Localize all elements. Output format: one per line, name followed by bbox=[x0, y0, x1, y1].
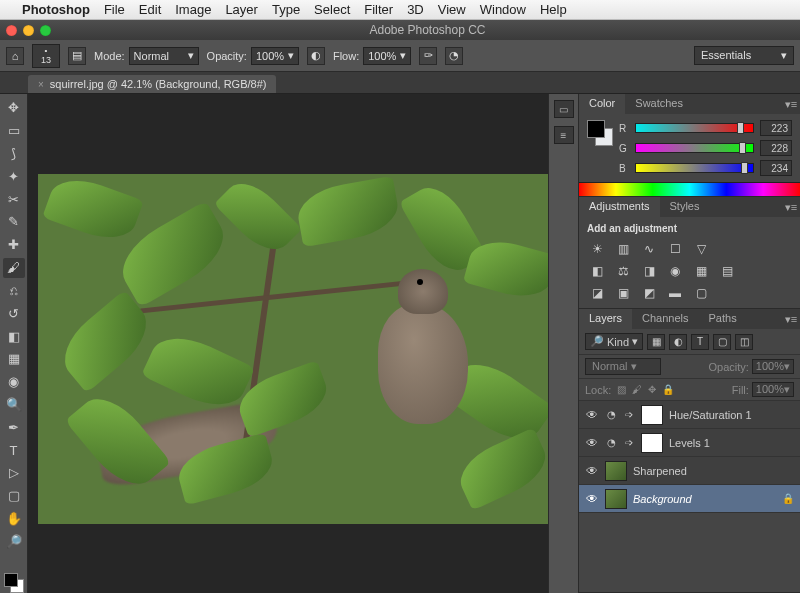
photo-filter-icon[interactable]: ◉ bbox=[665, 262, 685, 280]
menu-filter[interactable]: Filter bbox=[364, 2, 393, 17]
clone-stamp-tool[interactable]: ⎌ bbox=[3, 281, 25, 301]
menu-image[interactable]: Image bbox=[175, 2, 211, 17]
layer-name[interactable]: Background bbox=[633, 493, 776, 505]
menu-select[interactable]: Select bbox=[314, 2, 350, 17]
blur-tool[interactable]: ◉ bbox=[3, 372, 25, 392]
history-brush-tool[interactable]: ↺ bbox=[3, 303, 25, 323]
layer-thumbnail[interactable] bbox=[605, 461, 627, 481]
airbrush-icon[interactable]: ✑ bbox=[419, 47, 437, 65]
workspace-switcher[interactable]: Essentials▾ bbox=[694, 46, 794, 65]
menu-edit[interactable]: Edit bbox=[139, 2, 161, 17]
pressure-size-icon[interactable]: ◔ bbox=[445, 47, 463, 65]
menu-help[interactable]: Help bbox=[540, 2, 567, 17]
gradient-tool[interactable]: ▦ bbox=[3, 349, 25, 369]
dodge-tool[interactable]: 🔍 bbox=[3, 395, 25, 415]
posterize-icon[interactable]: ▣ bbox=[613, 284, 633, 302]
type-tool[interactable]: T bbox=[3, 440, 25, 460]
selective-color-icon[interactable]: ▢ bbox=[691, 284, 711, 302]
layer-row[interactable]: 👁 ◔ ➩ Levels 1 bbox=[579, 429, 800, 457]
vibrance-icon[interactable]: ▽ bbox=[691, 240, 711, 258]
menu-layer[interactable]: Layer bbox=[225, 2, 258, 17]
threshold-icon[interactable]: ◩ bbox=[639, 284, 659, 302]
tab-adjustments[interactable]: Adjustments bbox=[579, 197, 660, 217]
hue-saturation-icon[interactable]: ◧ bbox=[587, 262, 607, 280]
link-icon[interactable]: ◔ bbox=[605, 409, 617, 420]
layer-opacity-value[interactable]: 100%▾ bbox=[752, 359, 794, 374]
layer-thumbnail[interactable] bbox=[605, 489, 627, 509]
menu-file[interactable]: File bbox=[104, 2, 125, 17]
layer-row[interactable]: 👁 ◔ ➩ Hue/Saturation 1 bbox=[579, 401, 800, 429]
blend-mode-select[interactable]: Normal▾ bbox=[129, 47, 199, 65]
healing-brush-tool[interactable]: ✚ bbox=[3, 235, 25, 255]
foreground-background-swatch[interactable] bbox=[4, 573, 24, 593]
g-slider[interactable] bbox=[635, 143, 754, 153]
lock-transparent-icon[interactable]: ▨ bbox=[617, 384, 626, 395]
filter-adjustment-icon[interactable]: ◐ bbox=[669, 334, 687, 350]
layer-name[interactable]: Levels 1 bbox=[669, 437, 794, 449]
lock-all-icon[interactable]: 🔒 bbox=[662, 384, 674, 395]
filter-type-icon[interactable]: T bbox=[691, 334, 709, 350]
foreground-color[interactable] bbox=[4, 573, 18, 587]
properties-panel-icon[interactable]: ≡ bbox=[554, 126, 574, 144]
brush-preset-picker[interactable]: • 13 bbox=[32, 44, 60, 68]
hand-tool[interactable]: ✋ bbox=[3, 509, 25, 529]
path-select-tool[interactable]: ▷ bbox=[3, 463, 25, 483]
r-value[interactable]: 223 bbox=[760, 120, 792, 136]
layer-name[interactable]: Hue/Saturation 1 bbox=[669, 409, 794, 421]
magic-wand-tool[interactable]: ✦ bbox=[3, 166, 25, 186]
menu-window[interactable]: Window bbox=[480, 2, 526, 17]
tab-layers[interactable]: Layers bbox=[579, 309, 632, 329]
link-icon[interactable]: ◔ bbox=[605, 437, 617, 448]
flow-input[interactable]: 100%▾ bbox=[363, 47, 411, 65]
pen-tool[interactable]: ✒ bbox=[3, 417, 25, 437]
tab-color[interactable]: Color bbox=[579, 94, 625, 114]
gradient-map-icon[interactable]: ▬ bbox=[665, 284, 685, 302]
visibility-icon[interactable]: 👁 bbox=[585, 492, 599, 506]
home-icon[interactable]: ⌂ bbox=[6, 47, 24, 65]
channel-mixer-icon[interactable]: ▦ bbox=[691, 262, 711, 280]
layer-blend-mode[interactable]: Normal ▾ bbox=[585, 358, 661, 375]
menu-3d[interactable]: 3D bbox=[407, 2, 424, 17]
mask-link-icon[interactable]: ➩ bbox=[623, 409, 635, 420]
layer-row[interactable]: 👁 Background 🔒 bbox=[579, 485, 800, 513]
color-balance-icon[interactable]: ⚖ bbox=[613, 262, 633, 280]
panel-menu-icon[interactable]: ▾≡ bbox=[782, 197, 800, 217]
filter-smart-icon[interactable]: ◫ bbox=[735, 334, 753, 350]
layer-filter-kind[interactable]: 🔎Kind ▾ bbox=[585, 333, 643, 350]
close-button[interactable] bbox=[6, 25, 17, 36]
layer-thumbnail[interactable] bbox=[641, 405, 663, 425]
menu-view[interactable]: View bbox=[438, 2, 466, 17]
tab-styles[interactable]: Styles bbox=[660, 197, 710, 217]
document-tab[interactable]: × squirrel.jpg @ 42.1% (Background, RGB/… bbox=[28, 75, 276, 93]
fill-value[interactable]: 100%▾ bbox=[752, 382, 794, 397]
zoom-button[interactable] bbox=[40, 25, 51, 36]
g-value[interactable]: 228 bbox=[760, 140, 792, 156]
marquee-tool[interactable]: ▭ bbox=[3, 121, 25, 141]
panel-menu-icon[interactable]: ▾≡ bbox=[782, 309, 800, 329]
brightness-contrast-icon[interactable]: ☀ bbox=[587, 240, 607, 258]
crop-tool[interactable]: ✂ bbox=[3, 189, 25, 209]
r-slider[interactable] bbox=[635, 123, 754, 133]
b-value[interactable]: 234 bbox=[760, 160, 792, 176]
filter-pixel-icon[interactable]: ▦ bbox=[647, 334, 665, 350]
brush-panel-icon[interactable]: ▤ bbox=[68, 47, 86, 65]
canvas-area[interactable] bbox=[28, 94, 548, 593]
invert-icon[interactable]: ◪ bbox=[587, 284, 607, 302]
panel-menu-icon[interactable]: ▾≡ bbox=[782, 94, 800, 114]
exposure-icon[interactable]: ☐ bbox=[665, 240, 685, 258]
zoom-tool[interactable]: 🔎 bbox=[3, 531, 25, 551]
history-panel-icon[interactable]: ▭ bbox=[554, 100, 574, 118]
mask-link-icon[interactable]: ➩ bbox=[623, 437, 635, 448]
layer-name[interactable]: Sharpened bbox=[633, 465, 794, 477]
b-slider[interactable] bbox=[635, 163, 754, 173]
tab-channels[interactable]: Channels bbox=[632, 309, 698, 329]
color-swatch-pair[interactable] bbox=[587, 120, 613, 146]
lasso-tool[interactable]: ⟆ bbox=[3, 144, 25, 164]
minimize-button[interactable] bbox=[23, 25, 34, 36]
opacity-input[interactable]: 100%▾ bbox=[251, 47, 299, 65]
curves-icon[interactable]: ∿ bbox=[639, 240, 659, 258]
tab-swatches[interactable]: Swatches bbox=[625, 94, 693, 114]
color-lookup-icon[interactable]: ▤ bbox=[717, 262, 737, 280]
move-tool[interactable]: ✥ bbox=[3, 98, 25, 118]
tab-paths[interactable]: Paths bbox=[699, 309, 747, 329]
